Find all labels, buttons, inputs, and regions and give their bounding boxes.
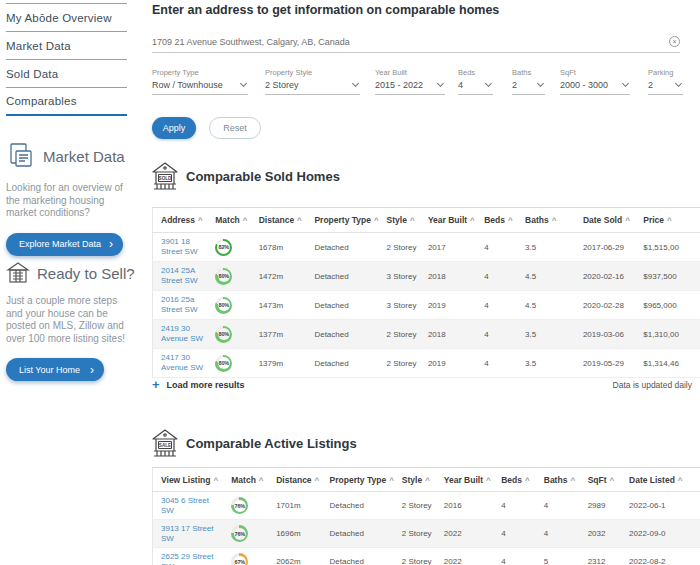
market-promo-title: Market Data	[43, 148, 125, 165]
sidebar-nav: My Abōde Overview Market Data Sold Data …	[6, 3, 127, 116]
sold-homes-table: Address^ Match^ Distance^ Property Type^…	[152, 207, 700, 378]
sidebar-item-sold-data[interactable]: Sold Data	[6, 60, 127, 88]
sqft-select[interactable]: SqFt 2000 - 3000	[560, 68, 630, 95]
reset-button[interactable]: Reset	[209, 117, 261, 139]
table-header-row: Address^ Match^ Distance^ Property Type^…	[153, 208, 700, 233]
chevron-down-icon	[675, 80, 682, 87]
clear-input-icon[interactable]: ×	[669, 36, 680, 47]
col-property-type[interactable]: Property Type^	[306, 208, 378, 233]
table-row: 2016 25a Street SW 80% 1473m Detached 3 …	[153, 291, 700, 320]
sort-caret-icon: ^	[425, 476, 430, 485]
beds-select[interactable]: Beds 4	[458, 68, 493, 95]
match-ring: 80%	[215, 268, 232, 285]
filter-row: Property Type Row / Townhouse Property S…	[152, 68, 700, 100]
sort-caret-icon: ^	[508, 216, 513, 225]
sort-caret-icon: ^	[259, 476, 264, 485]
address-link[interactable]: 2419 30 Avenue SW	[161, 324, 203, 343]
sold-homes-header: SOLD Comparable Sold Homes	[152, 162, 340, 191]
col-match[interactable]: Match^	[207, 208, 250, 233]
table-row: 2014 25A Street SW 80% 1472m Detached 3 …	[153, 262, 700, 291]
list-your-home-button[interactable]: List Your Home ›	[6, 358, 104, 381]
table-row: 2417 30 Avenue SW 80% 1379m Detached 2 S…	[153, 349, 700, 378]
col-match[interactable]: Match^	[223, 468, 268, 492]
page-title: Enter an address to get information on c…	[152, 3, 499, 17]
col-sqft[interactable]: SqFt^	[580, 468, 621, 492]
parking-select[interactable]: Parking 2	[648, 68, 683, 95]
col-beds[interactable]: Beds^	[493, 468, 536, 492]
table-row: 2419 30 Avenue SW 80% 1377m Detached 2 S…	[153, 320, 700, 349]
address-input[interactable]	[152, 37, 632, 47]
col-style[interactable]: Style^	[379, 208, 420, 233]
chevron-down-icon	[485, 80, 492, 87]
sort-caret-icon: ^	[389, 476, 394, 485]
sort-caret-icon: ^	[374, 216, 379, 225]
col-beds[interactable]: Beds^	[476, 208, 517, 233]
property-style-select[interactable]: Property Style 2 Storey	[265, 68, 360, 95]
active-listings-title: Comparable Active Listings	[186, 436, 357, 451]
match-ring: 80%	[215, 297, 232, 314]
sort-caret-icon: ^	[315, 476, 320, 485]
table-row: 2625 29 Street SW 67% 2062m Detached 2 S…	[153, 548, 700, 565]
listing-link[interactable]: 3045 6 Street SW	[161, 496, 209, 515]
sort-caret-icon: ^	[243, 216, 248, 225]
match-ring: 82%	[215, 239, 232, 256]
plus-icon: +	[152, 378, 160, 391]
apply-button[interactable]: Apply	[152, 117, 196, 139]
explore-market-data-button[interactable]: Explore Market Data ›	[6, 233, 123, 256]
address-search: ×	[152, 36, 680, 53]
listing-link[interactable]: 2625 29 Street SW	[161, 552, 213, 565]
active-listings-header: SALE Comparable Active Listings	[152, 429, 357, 458]
sort-caret-icon: ^	[525, 476, 530, 485]
baths-select[interactable]: Baths 2	[512, 68, 545, 95]
address-link[interactable]: 2417 30 Avenue SW	[161, 353, 203, 372]
table-footer: + Load more results Data is updated dail…	[152, 378, 692, 391]
sort-caret-icon: ^	[570, 476, 575, 485]
col-distance[interactable]: Distance^	[251, 208, 307, 233]
col-view-listing[interactable]: View Listing^	[153, 468, 224, 492]
house-icon	[6, 262, 30, 284]
match-ring: 67%	[231, 553, 248, 565]
table-row: 3045 6 Street SW 76% 1701m Detached 2 St…	[153, 492, 700, 520]
chevron-down-icon	[240, 80, 247, 87]
sidebar-item-comparables[interactable]: Comparables	[6, 88, 127, 116]
sold-homes-title: Comparable Sold Homes	[186, 169, 340, 184]
active-listings-table: View Listing^ Match^ Distance^ Property …	[152, 467, 700, 565]
listing-link[interactable]: 3913 17 Street SW	[161, 524, 213, 543]
sidebar: My Abōde Overview Market Data Sold Data …	[0, 0, 140, 565]
sell-promo-text: Just a couple more steps and your house …	[6, 295, 132, 345]
year-built-select[interactable]: Year Built 2015 - 2022	[375, 68, 445, 95]
col-distance[interactable]: Distance^	[268, 468, 321, 492]
address-link[interactable]: 2014 25A Street SW	[161, 266, 197, 285]
filter-actions: Apply Reset	[152, 117, 261, 139]
col-year-built[interactable]: Year Built^	[436, 468, 493, 492]
property-type-select[interactable]: Property Type Row / Townhouse	[152, 68, 248, 95]
sidebar-item-market-data[interactable]: Market Data	[6, 32, 127, 60]
sell-promo-title: Ready to Sell?	[37, 265, 135, 282]
address-link[interactable]: 3901 18 Street SW	[161, 237, 197, 256]
sort-caret-icon: ^	[552, 216, 557, 225]
updated-note: Data is updated daily	[613, 380, 692, 390]
load-more-button[interactable]: + Load more results	[152, 378, 245, 391]
chevron-down-icon	[352, 80, 359, 87]
col-year-built[interactable]: Year Built^	[420, 208, 476, 233]
col-baths[interactable]: Baths^	[517, 208, 575, 233]
sort-caret-icon: ^	[198, 216, 203, 225]
match-ring: 80%	[215, 326, 232, 343]
sold-house-icon: SOLD	[152, 162, 178, 191]
col-baths[interactable]: Baths^	[536, 468, 580, 492]
col-price[interactable]: Price^	[635, 208, 700, 233]
sort-caret-icon: ^	[678, 476, 683, 485]
col-date-listed[interactable]: Date Listed^	[621, 468, 700, 492]
address-link[interactable]: 2016 25a Street SW	[161, 295, 197, 314]
sort-caret-icon: ^	[410, 216, 415, 225]
col-date-sold[interactable]: Date Sold^	[575, 208, 635, 233]
col-address[interactable]: Address^	[153, 208, 208, 233]
ready-to-sell-promo: Ready to Sell? Just a couple more steps …	[6, 262, 136, 381]
col-style[interactable]: Style^	[394, 468, 436, 492]
sidebar-item-overview[interactable]: My Abōde Overview	[6, 4, 127, 32]
table-header-row: View Listing^ Match^ Distance^ Property …	[153, 468, 700, 492]
col-property-type[interactable]: Property Type^	[322, 468, 394, 492]
chevron-right-icon: ›	[109, 238, 113, 250]
sort-caret-icon: ^	[486, 476, 491, 485]
market-promo-text: Looking for an overview of the marketing…	[6, 182, 132, 220]
